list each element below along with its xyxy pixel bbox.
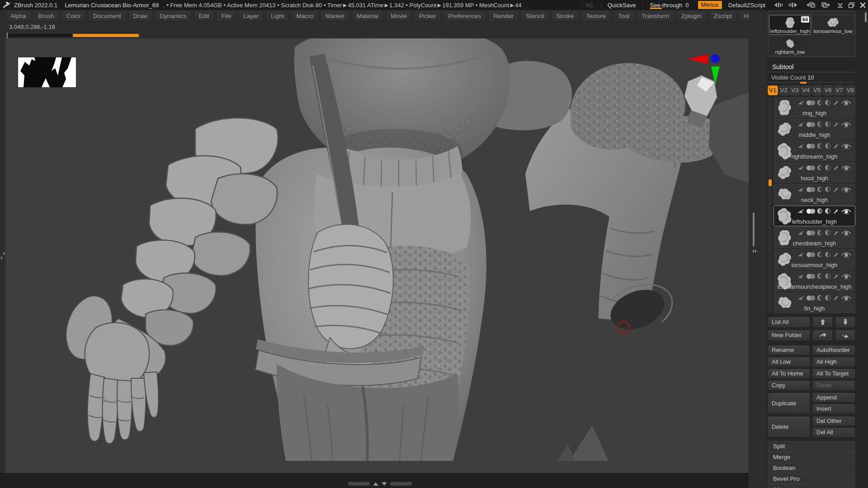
next-document-icon[interactable] — [821, 2, 832, 8]
view-tab-v8[interactable]: V8 — [845, 85, 856, 95]
insert-button[interactable]: Insert — [812, 404, 855, 414]
default-zscript-button[interactable]: DefaultZScript — [726, 2, 767, 9]
merge-menu-row[interactable]: Merge — [768, 452, 855, 463]
menu-item[interactable]: Macro — [291, 11, 318, 22]
pen-icon[interactable] — [832, 252, 840, 257]
delete-button[interactable]: Delete — [768, 416, 810, 437]
uv-map-icon[interactable] — [817, 100, 823, 105]
uv-map-icon[interactable] — [817, 208, 823, 214]
menu-item[interactable]: Texture — [581, 11, 611, 22]
all-low-button[interactable]: All Low — [768, 357, 810, 367]
menu-item[interactable]: Color — [61, 11, 86, 22]
polypaint-icon[interactable] — [807, 187, 816, 192]
minimize-button[interactable] — [837, 2, 844, 8]
eye-icon[interactable] — [841, 143, 851, 149]
split-half-icon[interactable] — [825, 208, 830, 214]
all-high-button[interactable]: All High — [812, 357, 855, 367]
uv-map-icon[interactable] — [817, 295, 823, 300]
view-tab-v2[interactable]: V2 — [779, 85, 789, 95]
menu-item[interactable]: Document — [88, 11, 126, 22]
view-tab-v6[interactable]: V6 — [823, 85, 834, 95]
uv-map-icon[interactable] — [817, 230, 823, 235]
axis-z-icon[interactable] — [711, 54, 720, 63]
axis-x-icon[interactable] — [688, 54, 708, 64]
menu-item[interactable]: File — [217, 11, 236, 22]
pen-icon[interactable] — [832, 122, 840, 127]
pen-icon[interactable] — [832, 273, 840, 279]
polypaint-icon[interactable] — [807, 252, 816, 257]
bevel-pro-menu-row[interactable]: Bevel Pro — [768, 474, 855, 484]
axis-y-icon[interactable] — [711, 66, 720, 84]
subtool-list-scrollbar[interactable] — [768, 97, 773, 313]
view-tab-v4[interactable]: V4 — [801, 85, 811, 95]
arrow-icon[interactable] — [797, 252, 805, 257]
uv-map-icon[interactable] — [817, 143, 823, 149]
menu-item[interactable]: Tool — [613, 11, 634, 22]
axis-gizmo[interactable] — [687, 53, 729, 85]
panel-scrollbar[interactable] — [865, 12, 867, 22]
split-half-icon[interactable] — [825, 230, 830, 235]
move-out-of-folder-button[interactable] — [835, 330, 855, 341]
polypaint-icon[interactable] — [807, 209, 816, 214]
move-to-folder-button[interactable] — [812, 330, 833, 341]
arrow-icon[interactable] — [797, 273, 805, 279]
polypaint-icon[interactable] — [807, 122, 816, 127]
list-all-button[interactable]: List All — [768, 317, 810, 328]
restore-button[interactable] — [848, 2, 855, 8]
tray-collapse-icon[interactable] — [750, 249, 754, 253]
close-button[interactable] — [859, 2, 866, 8]
tray-collapse-left-icon[interactable] — [1, 252, 5, 255]
menu-item[interactable]: Alpha — [5, 11, 31, 22]
pen-icon[interactable] — [832, 143, 840, 149]
arrow-icon[interactable] — [797, 165, 805, 170]
polypaint-icon[interactable] — [807, 165, 816, 170]
eye-icon[interactable] — [841, 208, 851, 214]
uv-map-icon[interactable] — [817, 273, 823, 279]
canvas-scroll-widget[interactable] — [348, 482, 412, 486]
menu-item[interactable]: Zscript — [709, 11, 737, 22]
eye-icon[interactable] — [841, 186, 851, 192]
split-half-icon[interactable] — [825, 273, 830, 279]
scroll-tray-right-icon[interactable] — [788, 2, 800, 8]
scroll-track-left[interactable] — [348, 482, 370, 486]
eye-icon[interactable] — [841, 121, 851, 127]
new-folder-button[interactable]: New Folder — [768, 330, 810, 341]
subtool-item[interactable]: ring_high — [774, 97, 855, 118]
eye-icon[interactable] — [841, 99, 851, 106]
split-half-icon[interactable] — [825, 100, 830, 105]
polypaint-icon[interactable] — [807, 274, 816, 279]
menu-item[interactable]: Render — [488, 11, 518, 22]
split-half-icon[interactable] — [825, 122, 830, 127]
menu-item[interactable]: Movie — [386, 11, 412, 22]
arrow-icon[interactable] — [797, 208, 805, 214]
boolean-menu-row[interactable]: Boolean — [768, 463, 855, 474]
subtool-item[interactable]: rightforearm_high — [774, 141, 855, 161]
move-up-button[interactable] — [812, 317, 833, 328]
sculpt-viewport[interactable] — [5, 38, 749, 473]
rename-button[interactable]: Rename — [768, 345, 810, 355]
scroll-track-right[interactable] — [390, 482, 412, 486]
move-down-button[interactable] — [835, 317, 855, 328]
arrow-icon[interactable] — [797, 122, 805, 127]
subtool-item[interactable]: torsoarmour_high — [774, 249, 855, 270]
arrow-icon[interactable] — [797, 100, 805, 105]
view-tab-v7[interactable]: V7 — [834, 85, 844, 95]
split-half-icon[interactable] — [825, 165, 830, 170]
pen-icon[interactable] — [832, 100, 840, 105]
canvas-vertical-scrollbar[interactable] — [753, 212, 755, 247]
split-menu-row[interactable]: Split — [768, 441, 855, 452]
menu-item[interactable]: Stroke — [551, 11, 579, 22]
eye-icon[interactable] — [841, 230, 851, 236]
arrow-icon[interactable] — [797, 230, 805, 235]
subtool-palette-title[interactable]: Subtool — [768, 63, 855, 72]
view-tab-v1[interactable]: V1 — [768, 85, 778, 95]
eye-icon[interactable] — [841, 295, 851, 301]
subtool-item-selected[interactable]: leftshoulder_high — [774, 206, 855, 226]
arrow-icon[interactable] — [797, 187, 805, 192]
polypaint-icon[interactable] — [807, 100, 816, 105]
menu-item[interactable]: Transform — [637, 11, 674, 22]
quicksave-button[interactable]: QuickSave — [601, 2, 643, 9]
all-to-target-button[interactable]: All To Target — [812, 369, 855, 379]
polypaint-icon[interactable] — [807, 230, 816, 235]
polypaint-icon[interactable] — [807, 144, 816, 149]
